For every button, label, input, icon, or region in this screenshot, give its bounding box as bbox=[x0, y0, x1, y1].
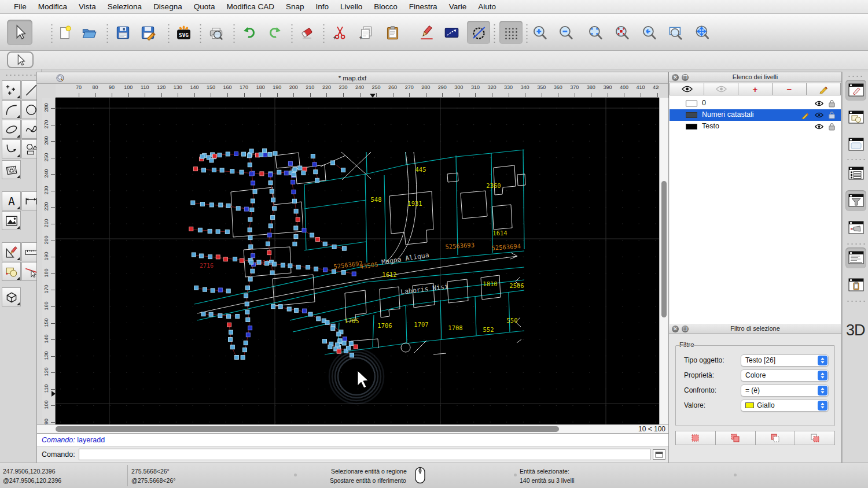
menu-item-finestra[interactable]: Finestra bbox=[403, 2, 443, 11]
zoom-window-button[interactable] bbox=[664, 21, 687, 44]
parcel-boundary-line[interactable] bbox=[304, 200, 366, 209]
selection-handle[interactable] bbox=[308, 312, 312, 316]
map-label[interactable]: 2360 bbox=[486, 182, 501, 189]
selection-handle[interactable] bbox=[260, 172, 264, 176]
map-label[interactable]: 1706 bbox=[377, 322, 392, 329]
grid-toggle-button[interactable] bbox=[499, 21, 523, 44]
selection-handle[interactable] bbox=[249, 260, 253, 264]
eye-icon[interactable] bbox=[815, 111, 823, 119]
selection-handle[interactable] bbox=[200, 202, 204, 206]
zoom-selection-button[interactable] bbox=[610, 21, 633, 44]
selection-handle[interactable] bbox=[248, 277, 252, 281]
tool-3d-box[interactable] bbox=[2, 287, 21, 306]
selection-handle[interactable] bbox=[332, 269, 336, 273]
selection-handle[interactable] bbox=[211, 289, 215, 293]
selection-handle[interactable] bbox=[284, 171, 288, 175]
selection-handle[interactable] bbox=[312, 162, 317, 167]
selection-handle[interactable] bbox=[234, 152, 238, 156]
selection-handle[interactable] bbox=[249, 245, 253, 249]
tool-hatch[interactable] bbox=[2, 160, 21, 179]
selection-handle[interactable] bbox=[296, 217, 300, 221]
selection-handle[interactable] bbox=[227, 323, 231, 327]
building-outline[interactable] bbox=[481, 275, 501, 300]
parcel-boundary-line[interactable] bbox=[366, 152, 367, 174]
selection-handle[interactable] bbox=[234, 356, 238, 360]
selection-handle[interactable] bbox=[209, 312, 213, 316]
selection-handle[interactable] bbox=[292, 190, 296, 194]
selection-handle[interactable] bbox=[301, 171, 306, 175]
selection-handle[interactable] bbox=[246, 333, 250, 337]
hide-layer-button[interactable] bbox=[704, 83, 738, 95]
selection-handle[interactable] bbox=[278, 305, 282, 309]
map-label[interactable]: 52563693 bbox=[445, 241, 475, 250]
selection-handle[interactable] bbox=[267, 233, 271, 237]
tool-text[interactable]: A bbox=[2, 191, 21, 210]
filter-property-select[interactable]: Colore bbox=[741, 369, 829, 382]
building-outline[interactable] bbox=[511, 253, 517, 256]
selection-handle[interactable] bbox=[271, 216, 275, 220]
menu-item-file[interactable]: File bbox=[8, 2, 32, 11]
parcel-boundary-line[interactable] bbox=[509, 293, 510, 332]
selection-handle[interactable] bbox=[325, 320, 329, 324]
tool-drafting[interactable] bbox=[2, 242, 21, 261]
selection-handle[interactable] bbox=[194, 286, 198, 290]
parcel-boundary-line[interactable] bbox=[304, 184, 306, 250]
vertical-scrollbar-thumb[interactable] bbox=[661, 181, 667, 317]
selection-handle[interactable] bbox=[248, 326, 252, 330]
undo-button[interactable] bbox=[237, 21, 260, 44]
selection-handle[interactable] bbox=[269, 181, 273, 185]
console-window-toggle[interactable] bbox=[845, 247, 866, 268]
selection-handle[interactable] bbox=[193, 167, 197, 171]
filter-comparison-select[interactable]: = (è) bbox=[741, 385, 829, 397]
selection-handle[interactable] bbox=[336, 343, 340, 347]
map-label[interactable]: 445 bbox=[415, 166, 426, 173]
lock-icon[interactable] bbox=[827, 123, 836, 131]
selection-handle[interactable] bbox=[208, 229, 212, 233]
close-panel-icon[interactable]: ✕ bbox=[672, 74, 679, 81]
show-layer-button[interactable] bbox=[670, 83, 704, 95]
new-file-button[interactable] bbox=[53, 21, 76, 44]
selection-handle[interactable] bbox=[226, 204, 230, 208]
map-label[interactable]: 2506 bbox=[509, 282, 524, 289]
selection-handle[interactable] bbox=[241, 356, 245, 360]
building-outline[interactable] bbox=[492, 205, 512, 230]
building-outline[interactable] bbox=[231, 187, 303, 237]
selection-handle[interactable] bbox=[244, 207, 248, 211]
svg-export-button[interactable]: SVG bbox=[172, 21, 195, 44]
building-outline[interactable] bbox=[517, 174, 525, 186]
menu-item-varie[interactable]: Varie bbox=[443, 2, 473, 11]
list-window-toggle[interactable] bbox=[845, 163, 866, 184]
selection-handle[interactable] bbox=[218, 288, 222, 292]
selection-handle[interactable] bbox=[208, 255, 212, 259]
selection-handle[interactable] bbox=[287, 307, 291, 311]
selection-handle[interactable] bbox=[240, 170, 244, 174]
selection-handle[interactable] bbox=[251, 254, 255, 258]
selection-handle[interactable] bbox=[291, 180, 295, 184]
selection-handle[interactable] bbox=[249, 149, 253, 153]
redo-button[interactable] bbox=[263, 21, 286, 44]
selection-handle[interactable] bbox=[230, 169, 234, 173]
selection-handle[interactable] bbox=[223, 257, 227, 261]
construction-circle-button[interactable] bbox=[467, 21, 490, 44]
selection-handle[interactable] bbox=[352, 272, 356, 276]
selection-handle[interactable] bbox=[330, 161, 334, 165]
building-outline[interactable] bbox=[380, 287, 400, 317]
render-window-toggle[interactable] bbox=[845, 217, 866, 238]
selection-handle[interactable] bbox=[293, 242, 297, 246]
selection-handle[interactable] bbox=[218, 314, 222, 318]
copy-button[interactable]: + bbox=[354, 21, 377, 44]
selection-handle[interactable] bbox=[253, 190, 257, 194]
pan-button[interactable] bbox=[690, 21, 713, 44]
selection-handle[interactable] bbox=[265, 261, 269, 265]
map-label[interactable]: 1707 bbox=[414, 321, 428, 328]
selection-handle[interactable] bbox=[277, 170, 281, 174]
selection-handle[interactable] bbox=[349, 342, 353, 346]
layer-row-numeri-catastali[interactable]: Numeri catastali bbox=[670, 109, 841, 121]
selection-handle[interactable] bbox=[281, 263, 285, 267]
parcel-boundary-line[interactable] bbox=[406, 305, 407, 343]
menu-item-seleziona[interactable]: Seleziona bbox=[102, 2, 148, 11]
selection-handle[interactable] bbox=[328, 345, 332, 349]
3d-mode-label[interactable]: 3D bbox=[846, 321, 865, 339]
detach-panel-icon[interactable]: ❐ bbox=[682, 74, 689, 81]
tool-points[interactable] bbox=[2, 80, 21, 99]
